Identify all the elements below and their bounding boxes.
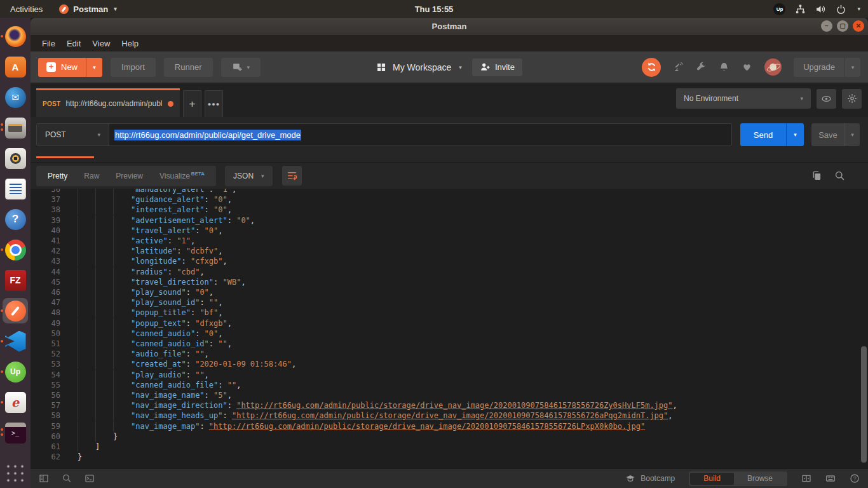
sync-button[interactable] <box>642 58 661 77</box>
format-label: JSON <box>233 172 254 180</box>
wrench-icon[interactable] <box>696 62 707 72</box>
dock-item-vscode[interactable] <box>3 329 28 354</box>
window-titlebar[interactable]: Postman − ▢ ✕ <box>31 18 868 35</box>
close-button[interactable]: ✕ <box>853 20 864 32</box>
running-indicator-dot <box>1 123 3 126</box>
upgrade-button-caret[interactable]: ▾ <box>844 58 860 77</box>
save-button[interactable]: Save <box>811 123 844 146</box>
response-body[interactable]: 36"mandatory_alert": "1",37"guidance_ale… <box>31 189 868 468</box>
menu-view[interactable]: View <box>86 39 116 48</box>
send-button[interactable]: Send <box>740 123 786 146</box>
view-preview[interactable]: Preview <box>107 172 151 180</box>
code-line: 41"active": "1", <box>31 236 868 246</box>
activities-button[interactable]: Activities <box>0 0 53 18</box>
running-indicator-dot <box>1 35 3 37</box>
open-new-tab-button[interactable]: + <box>183 90 201 117</box>
dock-item-help[interactable]: ? <box>3 207 28 232</box>
request-builder: POST ▾ http://rt66ug.com/admin/public/ap… <box>31 117 868 152</box>
running-indicator-dot <box>1 428 3 431</box>
send-button-caret[interactable]: ▾ <box>786 123 804 146</box>
vscode-icon <box>5 331 26 352</box>
maximize-button[interactable]: ▢ <box>837 20 848 32</box>
format-selector[interactable]: JSON ▾ <box>225 166 273 186</box>
dock-item-annotator[interactable]: e <box>3 390 28 415</box>
rhythmbox-icon <box>5 148 26 169</box>
toggle-sidebar-icon[interactable] <box>39 473 49 484</box>
environment-settings-button[interactable] <box>842 89 862 109</box>
find-icon[interactable] <box>62 473 72 484</box>
format-caret-icon: ▾ <box>261 173 264 179</box>
dock-item-thunderbird[interactable]: ✉ <box>3 85 28 110</box>
clock[interactable]: Thu 15:55 <box>415 4 454 14</box>
heart-icon[interactable] <box>742 62 752 72</box>
dock-item-terminal[interactable]: >_ <box>3 420 28 445</box>
invite-button[interactable]: Invite <box>472 58 522 76</box>
view-pretty[interactable]: Pretty <box>39 172 76 180</box>
dock-item-upwork[interactable]: Up <box>3 359 28 384</box>
method-selector[interactable]: POST ▾ <box>37 124 109 146</box>
dock-item-postman[interactable] <box>3 298 28 323</box>
dock-item-firefox[interactable] <box>3 24 28 49</box>
screen: Activities Postman ▾ Thu 15:55 Up ▾ A✉?F… <box>0 0 868 488</box>
new-window-icon <box>232 62 243 72</box>
minimize-button[interactable]: − <box>821 20 832 32</box>
new-button-caret[interactable]: ▾ <box>86 58 102 77</box>
user-avatar[interactable] <box>764 58 782 76</box>
power-icon <box>836 4 846 15</box>
build-toggle[interactable]: Build <box>690 473 734 485</box>
running-indicator-dot <box>1 433 3 436</box>
libreoffice-writer-icon <box>5 179 26 200</box>
menu-help[interactable]: Help <box>116 39 144 48</box>
menu-edit[interactable]: Edit <box>61 39 86 48</box>
bell-icon[interactable] <box>719 62 729 72</box>
unsaved-dot-icon <box>168 101 173 107</box>
dock-item-rhythmbox[interactable] <box>3 146 28 171</box>
dock-item-filezilla[interactable]: FZ <box>3 268 28 293</box>
import-button-label: Import <box>121 62 145 72</box>
satellite-icon[interactable] <box>673 62 684 72</box>
workspace-selector[interactable]: My Workspace <box>393 62 451 72</box>
code-line: 42"latitude": "dcbfv", <box>31 246 868 256</box>
new-button[interactable]: + New <box>38 58 86 77</box>
upwork-icon: Up <box>5 362 26 383</box>
dock-item-chrome[interactable] <box>3 237 28 262</box>
url-input[interactable]: http://rt66ug.com/admin/public/api/get_d… <box>109 124 731 146</box>
environment-caret-icon: ▾ <box>800 95 803 102</box>
bootcamp-button[interactable]: Bootcamp <box>625 473 675 484</box>
dock-item-files[interactable] <box>3 115 28 140</box>
code-line: 46"play_sound": "0", <box>31 287 868 297</box>
tab-method-badge: POST <box>43 100 60 107</box>
workspace-grid-icon <box>376 62 386 72</box>
keyboard-shortcuts-icon[interactable] <box>825 473 836 484</box>
menu-file[interactable]: File <box>36 39 61 48</box>
beta-badge: BETA <box>191 171 205 177</box>
dock-item-libreoffice-writer[interactable] <box>3 176 28 201</box>
browse-toggle[interactable]: Browse <box>734 473 786 485</box>
dock-item-ubuntu-software[interactable]: A <box>3 54 28 79</box>
console-icon[interactable] <box>85 473 95 484</box>
show-applications-button[interactable] <box>5 463 25 484</box>
view-visualize[interactable]: VisualizeBETA <box>151 171 213 180</box>
vertical-scrollbar[interactable] <box>861 346 867 463</box>
wrap-lines-button[interactable] <box>282 166 302 186</box>
request-tab[interactable]: POST http://rt66ug.com/admin/publ... <box>36 88 180 117</box>
save-button-caret[interactable]: ▾ <box>844 123 860 146</box>
code-line: 37"guidance_alert": "0", <box>31 194 868 205</box>
search-icon[interactable] <box>834 170 845 181</box>
code-line: 59"nav_image_map": "http://rt66ug.com/ad… <box>31 421 868 431</box>
system-tray[interactable]: Up ▾ <box>773 3 868 15</box>
workspace-area: My Workspace ▾ Invite <box>376 58 522 76</box>
import-button[interactable]: Import <box>111 58 156 77</box>
help-icon[interactable]: ? <box>850 473 860 484</box>
environment-selector[interactable]: No Environment ▾ <box>676 88 811 109</box>
tab-options-button[interactable]: ●●● <box>205 90 223 117</box>
upgrade-button[interactable]: Upgrade <box>794 58 844 77</box>
copy-icon[interactable] <box>811 170 822 181</box>
runner-button[interactable]: Runner <box>164 58 213 77</box>
new-window-button[interactable]: ▾ <box>221 58 261 77</box>
app-menu[interactable]: Postman ▾ <box>53 4 123 14</box>
code-line: 60} <box>31 431 868 442</box>
two-pane-layout-icon[interactable] <box>801 473 811 484</box>
environment-quick-look-button[interactable] <box>817 89 836 109</box>
view-raw[interactable]: Raw <box>76 172 107 180</box>
